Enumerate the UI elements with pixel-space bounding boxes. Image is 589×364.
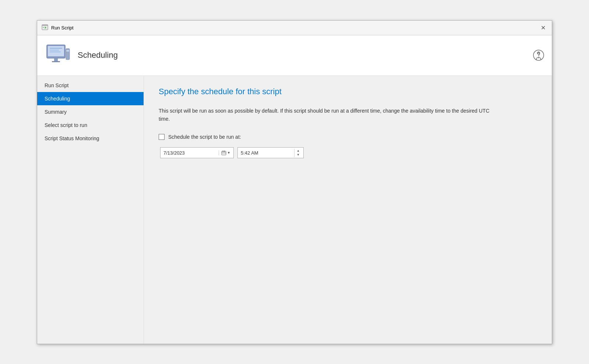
svg-rect-13 (50, 52, 61, 52)
svg-rect-6 (54, 58, 58, 61)
svg-rect-9 (66, 50, 69, 52)
time-spinner[interactable]: ▲ ▼ (294, 149, 300, 157)
sidebar-item-run-script[interactable]: Run Script (37, 79, 144, 92)
svg-rect-5 (48, 46, 64, 56)
date-value: 7/13/2023 (163, 150, 219, 156)
run-script-icon (42, 24, 48, 31)
header-title: Scheduling (78, 50, 118, 60)
svg-rect-19 (223, 151, 223, 152)
date-input[interactable]: 7/13/2023 ▼ (160, 147, 234, 158)
svg-rect-21 (222, 153, 223, 154)
svg-rect-22 (224, 153, 225, 154)
svg-rect-12 (50, 50, 59, 50)
svg-rect-7 (52, 61, 60, 62)
dialog-title: Run Script (51, 25, 74, 31)
svg-rect-23 (225, 153, 226, 154)
sidebar-item-scheduling[interactable]: Scheduling (37, 92, 144, 105)
svg-rect-20 (225, 151, 225, 152)
svg-rect-2 (43, 27, 44, 28)
sidebar-item-select-script[interactable]: Select script to run (37, 119, 144, 132)
svg-rect-1 (42, 25, 48, 26)
description-text: This script will be run as soon as possi… (159, 107, 490, 123)
schedule-option: Schedule the script to be run at: (159, 134, 537, 140)
calendar-icon (221, 151, 226, 155)
sidebar-item-summary[interactable]: Summary (37, 105, 144, 119)
dialog-body: Run Script Scheduling Summary Select scr… (37, 76, 552, 344)
time-input[interactable]: 5:42 AM ▲ ▼ (237, 147, 304, 158)
datetime-row: 7/13/2023 ▼ (160, 147, 537, 158)
sidebar-item-script-status[interactable]: Script Status Monitoring (37, 132, 144, 145)
svg-rect-11 (50, 48, 62, 49)
calendar-button[interactable]: ▼ (219, 151, 230, 155)
schedule-checkbox[interactable] (159, 134, 165, 140)
title-bar-left: Run Script (42, 24, 74, 31)
dialog-header-left: Scheduling (45, 42, 118, 68)
spinner-down-button[interactable]: ▼ (296, 153, 300, 157)
sidebar: Run Script Scheduling Summary Select scr… (37, 76, 144, 344)
dropdown-arrow: ▼ (227, 151, 230, 155)
close-button[interactable]: ✕ (539, 23, 547, 32)
schedule-label: Schedule the script to be run at: (168, 134, 241, 140)
title-bar: Run Script ✕ (37, 21, 552, 35)
spinner-up-button[interactable]: ▲ (296, 149, 300, 153)
computer-icon (45, 42, 71, 68)
svg-point-10 (67, 53, 68, 54)
dialog-window: Run Script ✕ Scheduling (37, 20, 552, 344)
dialog-header: Scheduling (37, 35, 552, 76)
content-area: Specify the schedule for this script Thi… (144, 76, 552, 344)
content-heading: Specify the schedule for this script (159, 87, 537, 96)
help-icon[interactable] (533, 49, 544, 61)
time-value: 5:42 AM (241, 150, 294, 156)
